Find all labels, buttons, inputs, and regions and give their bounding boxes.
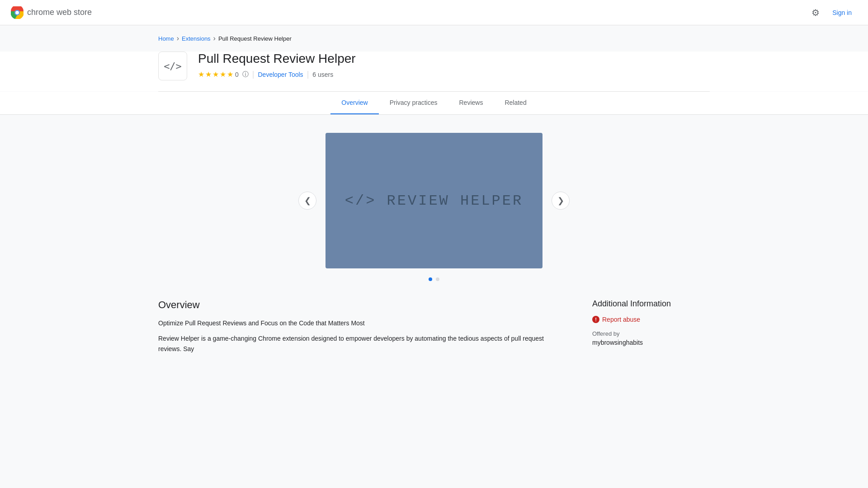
breadcrumb-current: Pull Request Review Helper [218, 35, 292, 42]
extension-meta: ★ ★ ★ ★ ★ 0 ⓘ | Developer Tools | 6 user… [198, 70, 710, 79]
chrome-logo-icon [11, 6, 24, 19]
header-right: ⚙ Sign in [811, 5, 857, 20]
additional-info-section: Additional Information ! Report abuse Of… [592, 299, 710, 359]
tabs-nav: Overview Privacy practices Reviews Relat… [0, 92, 868, 115]
settings-icon[interactable]: ⚙ [811, 7, 820, 18]
header: chrome web store ⚙ Sign in [0, 0, 868, 25]
tab-related[interactable]: Related [494, 92, 537, 114]
report-abuse-link[interactable]: ! Report abuse [592, 316, 710, 323]
breadcrumb-sep-1: › [177, 34, 179, 42]
meta-separator: | [252, 70, 255, 79]
cws-logo-link[interactable]: chrome web store [11, 6, 92, 19]
carousel: ❮ </> REVIEW HELPER ❯ [0, 133, 868, 268]
star-rating: ★ ★ ★ ★ ★ 0 [198, 70, 239, 79]
rating-count: 0 [235, 71, 239, 78]
rating-info-icon[interactable]: ⓘ [242, 70, 249, 79]
carousel-image: </> REVIEW HELPER [326, 133, 542, 268]
report-abuse-icon: ! [592, 316, 599, 323]
overview-title: Overview [158, 299, 565, 311]
chevron-left-icon: ❮ [304, 196, 311, 206]
tab-privacy[interactable]: Privacy practices [379, 92, 448, 114]
star-2: ★ [205, 70, 212, 79]
header-left: chrome web store [11, 6, 92, 19]
breadcrumb-sep-2: › [213, 34, 216, 42]
meta-separator-2: | [307, 70, 309, 79]
overview-section: Overview Optimize Pull Request Reviews a… [158, 299, 565, 359]
chevron-right-icon: ❯ [557, 196, 564, 206]
category-link[interactable]: Developer Tools [258, 71, 303, 78]
extension-title: Pull Request Review Helper [198, 52, 710, 66]
star-3: ★ [212, 70, 219, 79]
carousel-dot-1[interactable] [429, 277, 432, 281]
star-4: ★ [220, 70, 226, 79]
tab-reviews[interactable]: Reviews [448, 92, 494, 114]
offered-by-value: mybrowsinghabits [592, 339, 710, 346]
carousel-dots [0, 277, 868, 281]
carousel-dot-2[interactable] [436, 277, 439, 281]
breadcrumb-extensions[interactable]: Extensions [182, 35, 211, 42]
star-1: ★ [198, 70, 204, 79]
offered-by-label: Offered by [592, 330, 710, 337]
extension-info: Pull Request Review Helper ★ ★ ★ ★ ★ 0 ⓘ… [198, 52, 710, 79]
user-count: 6 users [312, 71, 333, 78]
report-abuse-label: Report abuse [602, 316, 640, 323]
extension-icon: </> [158, 52, 187, 80]
svg-point-1 [15, 11, 19, 14]
additional-info-title: Additional Information [592, 299, 710, 309]
store-title: chrome web store [27, 8, 92, 17]
sign-in-button[interactable]: Sign in [827, 5, 857, 20]
extension-icon-label: </> [164, 61, 182, 72]
breadcrumb-home[interactable]: Home [158, 35, 174, 42]
tab-overview[interactable]: Overview [330, 92, 378, 114]
breadcrumb: Home › Extensions › Pull Request Review … [0, 25, 868, 52]
extension-header: </> Pull Request Review Helper ★ ★ ★ ★ ★… [0, 52, 868, 91]
overview-description-2: Review Helper is a game-changing Chrome … [158, 333, 565, 354]
offered-by: Offered by mybrowsinghabits [592, 330, 710, 346]
carousel-next-button[interactable]: ❯ [552, 192, 570, 210]
carousel-prev-button[interactable]: ❮ [298, 192, 316, 210]
carousel-image-text: </> REVIEW HELPER [345, 192, 523, 209]
lower-content: Overview Optimize Pull Request Reviews a… [0, 299, 868, 359]
star-5: ★ [227, 70, 233, 79]
main-content: ❮ </> REVIEW HELPER ❯ Overview Optimize … [0, 115, 868, 377]
overview-description-1: Optimize Pull Request Reviews and Focus … [158, 318, 565, 328]
